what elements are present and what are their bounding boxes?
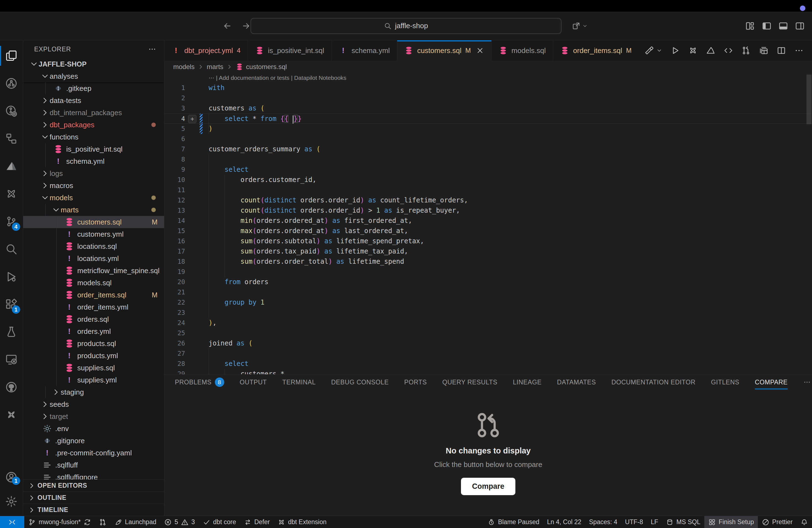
tree-item-locations.sql[interactable]: locations.sql [23, 240, 164, 252]
panel-tab-documentation-editor[interactable]: DOCUMENTATION EDITOR [611, 375, 696, 390]
toggle-sidebar-icon[interactable] [762, 21, 772, 31]
tab-customers.sql[interactable]: customers.sqlM [397, 40, 491, 61]
status-blame-status[interactable]: Blame Paused [483, 516, 543, 528]
activity-settings-icon[interactable] [0, 489, 23, 514]
code-line[interactable]: 21 [164, 287, 812, 297]
toggle-panel-icon[interactable] [778, 21, 788, 31]
activity-gitlens-icon[interactable] [0, 97, 23, 125]
breadcrumb-file[interactable]: customers.sql [246, 63, 287, 71]
table-copy-icon[interactable] [759, 46, 768, 55]
status-encoding[interactable]: UTF-8 [621, 516, 647, 528]
tree-item-schema.yml[interactable]: !schema.yml [23, 155, 164, 167]
tree-item-models.sql[interactable]: models.sql [23, 277, 164, 289]
code-line[interactable]: 29 customers.*, [164, 369, 812, 374]
tree-item-orders.sql[interactable]: orders.sql [23, 313, 164, 325]
activity-run-debug-icon[interactable] [0, 263, 23, 291]
panel-tab-ports[interactable]: PORTS [404, 375, 427, 390]
tree-root[interactable]: JAFFLE-SHOP [23, 58, 164, 70]
sidebar-section-outline[interactable]: OUTLINE [23, 492, 164, 504]
code-line[interactable]: 24), [164, 318, 812, 328]
status-prettier[interactable]: Prettier [758, 516, 797, 528]
codelens-actions[interactable]: ⋯ | Add documentation or tests | Datapil… [164, 73, 812, 83]
more-icon[interactable] [794, 46, 804, 55]
status-defer[interactable]: Defer [240, 516, 274, 528]
code-line[interactable]: 17 sum(orders.tax_paid) as lifetime_tax_… [164, 246, 812, 256]
activity-source-control-icon[interactable]: 4 [0, 208, 23, 235]
activity-flowchart-icon[interactable] [0, 125, 23, 152]
breadcrumb-folder[interactable]: marts [207, 63, 223, 71]
dbt-icon[interactable] [688, 46, 698, 55]
activity-beaker-icon[interactable] [0, 318, 23, 346]
tree-item-macros[interactable]: macros [23, 179, 164, 192]
activity-extensions-icon[interactable]: 1 [0, 291, 23, 318]
code-line[interactable]: 25 [164, 328, 812, 338]
tree-item-dbt_internal_packages[interactable]: dbt_internal_packages [23, 107, 164, 119]
tree-item-products.yml[interactable]: !products.yml [23, 350, 164, 362]
panel-tab-compare[interactable]: COMPARE [755, 375, 788, 390]
activity-dbt-icon[interactable] [0, 180, 23, 208]
code-line[interactable]: 1with [164, 83, 812, 93]
tab-is_positive_int.sql[interactable]: is_positive_int.sql [248, 40, 332, 61]
tree-item-orders.yml[interactable]: !orders.yml [23, 325, 164, 337]
panel-tab-gitlens[interactable]: GITLENS [711, 375, 739, 390]
code-line[interactable]: 15 max(orders.ordered_at) as last_ordere… [164, 226, 812, 236]
status-finish-setup[interactable]: Finish Setup [704, 516, 758, 528]
code-line[interactable]: 14 min(orders.ordered_at) as first_order… [164, 216, 812, 226]
tree-item-dbt_packages[interactable]: dbt_packages [23, 119, 164, 131]
code-line[interactable]: 7customer_orders_summary as ( [164, 144, 812, 155]
panel-tab-problems[interactable]: PROBLEMS8 [175, 375, 224, 390]
tab-schema.yml[interactable]: !schema.yml [332, 40, 397, 61]
status-eol[interactable]: LF [647, 516, 662, 528]
tree-item-is_positive_int.sql[interactable]: is_positive_int.sql [23, 143, 164, 155]
code-line[interactable]: 13 count(distinct orders.order_id) > 1 a… [164, 205, 812, 216]
tree-item-logs[interactable]: logs [23, 167, 164, 179]
more-actions-icon[interactable] [148, 45, 156, 53]
tree-item-supplies.sql[interactable]: supplies.sql [23, 362, 164, 374]
code-line[interactable]: 22 group by 1 [164, 297, 812, 308]
chevron-down-icon[interactable] [656, 47, 662, 54]
code-line[interactable]: 28 select [164, 359, 812, 369]
panel-tab-output[interactable]: OUTPUT [240, 375, 267, 390]
customize-layout-icon[interactable] [745, 21, 755, 31]
activity-explorer-icon[interactable] [0, 42, 23, 70]
code-line[interactable]: 26joined as ( [164, 338, 812, 349]
share-button[interactable] [572, 21, 588, 30]
tree-item-.gitkeep[interactable]: .gitkeep [23, 82, 164, 94]
tree-item-.sqlfluffignore[interactable]: .sqlfluffignore [23, 471, 164, 480]
code-line[interactable]: 11 [164, 185, 812, 195]
status-cursor-position[interactable]: Ln 4, Col 22 [543, 516, 585, 528]
status-remote-indicator[interactable] [0, 516, 24, 528]
code-line[interactable]: 20 from orders [164, 277, 812, 287]
tree-item-.env[interactable]: .env [23, 423, 164, 435]
code-line[interactable]: 3customers as ( [164, 103, 812, 114]
tree-item-target[interactable]: target [23, 410, 164, 423]
status-dbt-core[interactable]: dbt core [199, 516, 240, 528]
altimate-outline-icon[interactable] [706, 46, 715, 55]
panel-tab-query-results[interactable]: QUERY RESULTS [442, 375, 497, 390]
sidebar-section-timeline[interactable]: TIMELINE [23, 504, 164, 516]
tree-item-data-tests[interactable]: data-tests [23, 94, 164, 107]
sidebar-section-open-editors[interactable]: OPEN EDITORS [23, 480, 164, 492]
tree-item-customers.yml[interactable]: !customers.yml [23, 228, 164, 240]
status-dbt-extension[interactable]: dbt Extension [274, 516, 330, 528]
activity-remote-explorer-icon[interactable] [0, 346, 23, 373]
forward-icon[interactable] [242, 21, 251, 31]
activity-accounts-icon[interactable]: 1 [0, 465, 23, 489]
panel-tab-lineage[interactable]: LINEAGE [513, 375, 541, 390]
code-line[interactable]: 2 [164, 93, 812, 103]
code-line[interactable]: 10 orders.customer_id, [164, 175, 812, 185]
status-launchpad[interactable]: Launchpad [111, 516, 160, 528]
split-icon[interactable] [777, 46, 786, 55]
tree-item-.pre-commit-config.yaml[interactable]: !.pre-commit-config.yaml [23, 447, 164, 459]
tree-item-supplies.yml[interactable]: !supplies.yml [23, 374, 164, 386]
tree-item-analyses[interactable]: analyses [23, 70, 164, 82]
panel-tab-terminal[interactable]: TERMINAL [282, 375, 316, 390]
activity-project-graph-icon[interactable] [0, 70, 23, 97]
back-icon[interactable] [222, 21, 232, 31]
tree-item-order_items.yml[interactable]: !order_items.yml [23, 301, 164, 313]
hammer-icon[interactable] [644, 46, 654, 55]
panel-tab-datamates[interactable]: DATAMATES [557, 375, 596, 390]
activity-github-icon[interactable] [0, 373, 23, 401]
add-action-button[interactable]: + [188, 115, 197, 123]
tree-item-.sqlfluff[interactable]: .sqlfluff [23, 459, 164, 471]
